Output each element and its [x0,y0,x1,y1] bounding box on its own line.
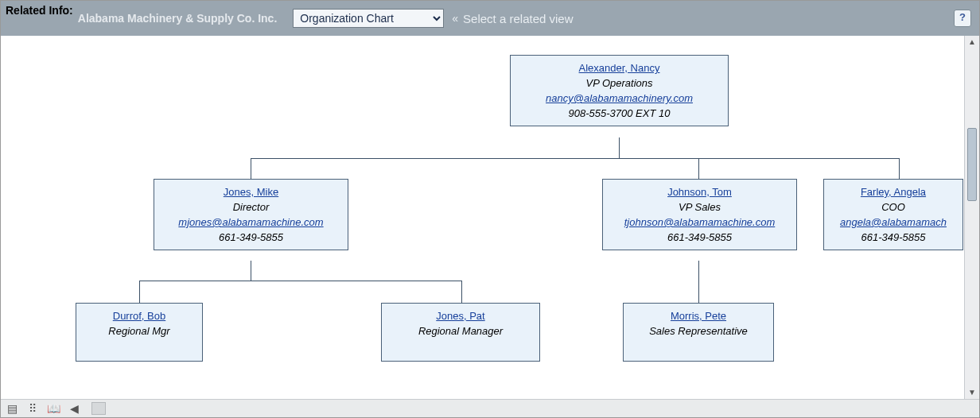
connector-line [698,158,699,179]
connector-line [461,281,462,303]
org-node: Johnson, Tom VP Sales tjohnson@alabamama… [602,179,797,250]
list-view-icon[interactable]: ▤ [6,402,18,415]
person-phone: 661-349-5855 [608,231,791,243]
app-frame: Related Info: Alabama Machinery & Supply… [0,0,980,418]
scroll-thumb[interactable] [967,128,977,201]
view-hint: Select a related view [463,12,573,25]
hscroll-thumb[interactable] [91,402,106,415]
connector-line [251,158,900,159]
person-name-link[interactable]: Jones, Pat [436,310,484,322]
person-email-link[interactable]: mjones@alabamamachine.com [178,216,323,228]
related-info-header: Related Info: Alabama Machinery & Supply… [1,1,979,36]
scroll-up-icon[interactable]: ▲ [966,36,978,48]
help-button[interactable]: ? [954,10,971,27]
footer-toolbar: ▤ ⠿ 📖 ◀ [1,399,979,417]
connector-line [139,281,140,303]
person-phone: 908-555-3700 EXT 10 [515,107,723,119]
person-name-link[interactable]: Morris, Pete [671,310,726,322]
body-area: Alexander, Nancy VP Operations nancy@ala… [1,36,979,399]
detail-view-icon[interactable]: ⠿ [26,402,39,415]
connector-line [698,261,699,303]
person-name-link[interactable]: Durrof, Bob [113,310,165,322]
org-node-root: Alexander, Nancy VP Operations nancy@ala… [510,55,729,126]
person-title: COO [829,201,958,213]
person-name-link[interactable]: Farley, Angela [861,186,926,198]
person-email-link[interactable]: angela@alabamamach [840,216,947,228]
person-title: VP Operations [515,77,723,89]
person-name-link[interactable]: Jones, Mike [224,186,278,198]
person-title: Regional Manager [387,325,535,337]
connector-line [251,158,251,179]
person-name-link[interactable]: Johnson, Tom [667,186,732,198]
connector-line [619,137,620,158]
book-icon[interactable]: 📖 [47,402,60,415]
person-title: Regional Mgr [81,325,197,337]
scroll-track[interactable] [966,48,978,386]
company-name: Alabama Machinery & Supply Co. Inc. [78,12,278,25]
person-phone: 661-349-5855 [829,231,958,243]
org-node: Jones, Pat Regional Manager [381,303,540,362]
person-email-link[interactable]: nancy@alabamamachinery.com [546,92,693,104]
scroll-down-icon[interactable]: ▼ [966,386,978,399]
person-title: VP Sales [608,201,791,213]
org-node: Durrof, Bob Regional Mgr [76,303,203,362]
org-node: Jones, Mike Director mjones@alabamamachi… [154,179,348,250]
vertical-scrollbar[interactable]: ▲ ▼ [964,36,979,399]
connector-line [899,158,900,179]
org-chart-canvas: Alexander, Nancy VP Operations nancy@ala… [1,36,964,399]
view-select-wrap: Organization Chart [293,9,444,28]
person-email-link[interactable]: tjohnson@alabamamachine.com [624,216,776,228]
connector-line [139,281,462,281]
org-node: Morris, Pete Sales Representative [623,303,774,362]
person-title: Sales Representative [628,325,768,337]
chevron-left-icon: « [452,12,458,25]
related-info-label: Related Info: [6,4,73,17]
scroll-left-icon[interactable]: ◀ [68,402,80,415]
person-phone: 661-349-5855 [159,231,343,243]
org-node: Farley, Angela COO angela@alabamamach 66… [823,179,963,250]
person-title: Director [159,201,343,213]
person-name-link[interactable]: Alexander, Nancy [579,62,660,74]
connector-line [251,261,251,281]
view-select[interactable]: Organization Chart [293,9,444,28]
